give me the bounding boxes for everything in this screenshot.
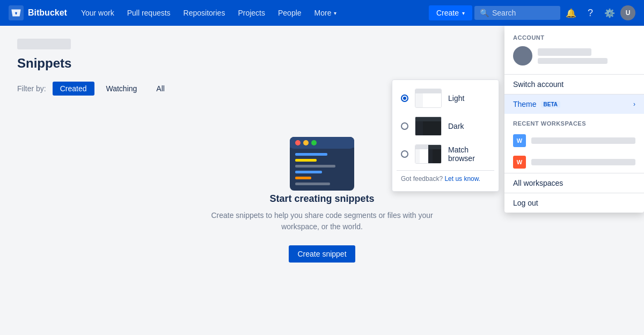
theme-light-label: Light — [448, 94, 464, 103]
logo-text: Bitbucket — [28, 8, 67, 18]
avatar[interactable]: U — [620, 5, 635, 20]
workspace-label — [17, 39, 71, 49]
theme-radio-light — [401, 94, 408, 102]
theme-preview-light — [415, 89, 442, 108]
nav-projects[interactable]: Projects — [232, 5, 270, 20]
nav-repositories[interactable]: Repositories — [178, 5, 231, 20]
workspace-item-2[interactable]: W — [504, 151, 644, 173]
workspace-item-1[interactable]: W — [504, 130, 644, 151]
theme-option-dark[interactable]: Dark — [397, 112, 494, 140]
theme-option-match[interactable]: Match browser — [397, 140, 494, 168]
nav-more[interactable]: More ▾ — [309, 5, 342, 20]
svg-rect-10 — [295, 171, 322, 173]
filter-created[interactable]: Created — [53, 82, 94, 96]
svg-rect-7 — [295, 153, 327, 156]
switch-account-button[interactable]: Switch account — [504, 75, 644, 94]
empty-state-title: Start creating snippets — [269, 193, 374, 205]
settings-button[interactable]: ⚙️ — [601, 4, 618, 21]
svg-point-4 — [295, 140, 301, 145]
user-email — [538, 58, 608, 64]
filter-all[interactable]: All — [149, 82, 172, 96]
svg-rect-8 — [295, 159, 317, 162]
recent-workspaces-label: Recent workspaces — [504, 114, 644, 130]
theme-panel: Light Dark — [392, 79, 499, 192]
filter-by-label: Filter by: — [17, 84, 46, 93]
all-workspaces-button[interactable]: All workspaces — [504, 173, 644, 193]
chevron-down-icon: ▾ — [334, 10, 336, 16]
help-icon: ? — [588, 8, 593, 19]
workspace-icon-1: W — [513, 134, 526, 147]
account-dropdown: Account Switch account Theme BETA › Rece… — [504, 26, 644, 213]
workspace-name-1 — [531, 137, 635, 144]
user-info — [538, 48, 635, 64]
gear-icon: ⚙️ — [604, 8, 615, 18]
theme-dark-label: Dark — [448, 122, 464, 130]
user-avatar — [513, 46, 532, 65]
theme-preview-dark — [415, 116, 442, 136]
theme-radio-match — [401, 150, 408, 158]
svg-rect-11 — [295, 177, 311, 179]
account-section: Account — [504, 26, 644, 75]
empty-state-description: Create snippets to help you share code s… — [199, 210, 445, 232]
account-section-label: Account — [513, 34, 635, 41]
theme-button[interactable]: Theme BETA › — [504, 94, 644, 114]
nav-your-work[interactable]: Your work — [76, 5, 120, 20]
theme-chevron-icon: › — [633, 100, 635, 108]
nav-people[interactable]: People — [273, 5, 307, 20]
svg-rect-9 — [295, 165, 335, 168]
theme-feedback-link[interactable]: Let us know. — [444, 175, 480, 183]
search-bar[interactable]: 🔍 Search — [474, 6, 560, 20]
nav-pull-requests[interactable]: Pull requests — [122, 5, 176, 20]
search-icon: 🔍 — [480, 9, 489, 17]
workspace-icon-2: W — [513, 156, 526, 169]
bell-icon: 🔔 — [566, 8, 576, 18]
user-row — [513, 46, 635, 65]
svg-point-5 — [303, 140, 309, 145]
theme-radio-dark — [401, 122, 408, 130]
theme-label: Theme — [513, 100, 537, 108]
notifications-button[interactable]: 🔔 — [562, 4, 580, 21]
create-button[interactable]: Create ▾ — [429, 5, 472, 20]
logout-button[interactable]: Log out — [504, 193, 644, 213]
svg-rect-12 — [295, 183, 330, 185]
workspace-name-2 — [531, 159, 635, 165]
top-navigation: Bitbucket Your work Pull requests Reposi… — [0, 0, 644, 26]
help-button[interactable]: ? — [582, 4, 599, 21]
filter-watching[interactable]: Watching — [99, 82, 145, 96]
user-name — [538, 48, 591, 56]
create-snippet-button[interactable]: Create snippet — [289, 245, 355, 263]
empty-state-illustration — [287, 134, 357, 193]
create-chevron-icon: ▾ — [462, 10, 465, 16]
svg-point-6 — [311, 140, 317, 145]
theme-match-label: Match browser — [448, 145, 490, 163]
theme-option-light[interactable]: Light — [397, 84, 494, 112]
theme-preview-match — [415, 144, 442, 164]
logo[interactable]: Bitbucket — [9, 5, 67, 20]
theme-beta-badge: BETA — [541, 101, 560, 108]
theme-feedback: Got feedback? Let us know. — [397, 170, 494, 187]
